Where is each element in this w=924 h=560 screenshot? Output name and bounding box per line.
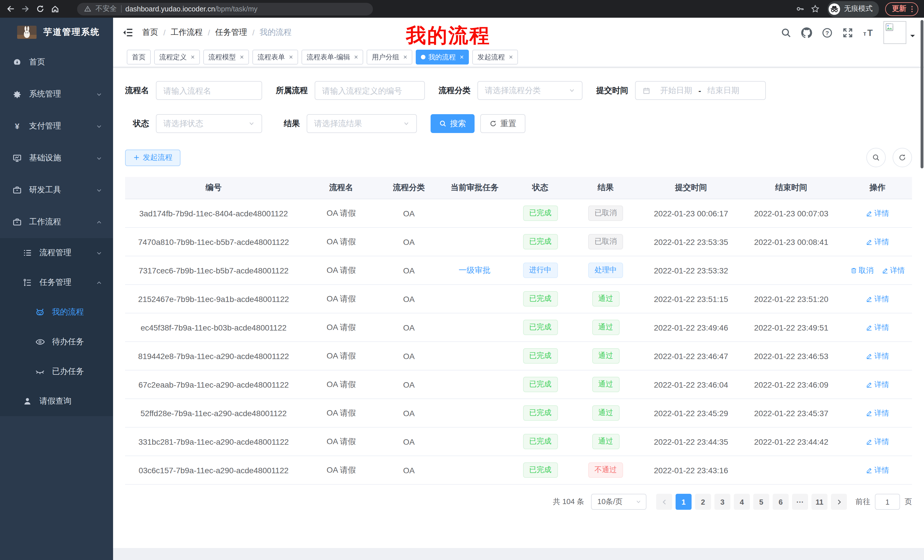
sidebar-item-leave-query[interactable]: 请假查询 — [0, 386, 113, 416]
page-size-select[interactable]: 10条/页 — [591, 494, 646, 510]
detail-link[interactable]: 详情 — [866, 465, 889, 475]
sidebar-item-home[interactable]: 首页 — [0, 46, 113, 78]
goto-page-input[interactable] — [875, 494, 900, 510]
cancel-link[interactable]: 取消 — [850, 265, 873, 276]
detail-link[interactable]: 详情 — [866, 294, 889, 304]
page-button-11[interactable]: 11 — [812, 494, 828, 510]
detail-link[interactable]: 详情 — [866, 351, 889, 361]
chevron-down-icon — [96, 123, 102, 129]
tab-close-icon[interactable]: × — [289, 54, 293, 60]
github-icon[interactable] — [801, 27, 812, 38]
tab-process-definition[interactable]: 流程定义× — [154, 49, 200, 64]
incognito-badge: 无痕模式 — [828, 1, 879, 17]
fullscreen-icon[interactable] — [842, 27, 853, 38]
page-button-3[interactable]: 3 — [714, 494, 730, 510]
breadcrumb-separator: / — [164, 28, 166, 37]
next-page-button[interactable] — [831, 494, 847, 510]
cell-category: OA — [380, 256, 438, 284]
breadcrumb-item[interactable]: 工作流程 — [171, 27, 203, 38]
update-button[interactable]: 更新 — [885, 2, 918, 16]
page-button-5[interactable]: 5 — [753, 494, 769, 510]
sidebar-item-my-process[interactable]: 我的流程 — [0, 297, 113, 327]
cell-process-name: OA 请假 — [302, 256, 380, 284]
font-size-icon[interactable]: тT — [863, 27, 874, 38]
breadcrumb-item[interactable]: 任务管理 — [215, 27, 247, 38]
tab-close-icon[interactable]: × — [240, 54, 244, 60]
tab-close-icon[interactable]: × — [509, 54, 513, 60]
cell-process-name: OA 请假 — [302, 370, 380, 399]
detail-link[interactable]: 详情 — [866, 322, 889, 332]
back-icon[interactable] — [4, 3, 16, 15]
tab-process-form[interactable]: 流程表单× — [252, 49, 298, 64]
tab-user-group[interactable]: 用户分组× — [367, 49, 412, 64]
result-select[interactable]: 请选择流结果 — [307, 114, 417, 133]
detail-link[interactable]: 详情 — [866, 436, 889, 447]
browser-menu-dots-icon[interactable] — [908, 5, 916, 13]
scrollbar-thumb[interactable] — [921, 20, 923, 168]
detail-link[interactable]: 详情 — [866, 208, 889, 219]
page-button-2[interactable]: 2 — [695, 494, 711, 510]
app-title: 芋道管理系统 — [44, 27, 100, 37]
sidebar-item-workflow[interactable]: 工作流程 — [0, 206, 113, 238]
bookmark-star-icon[interactable] — [808, 3, 821, 15]
tab-process-model[interactable]: 流程模型× — [203, 49, 249, 64]
search-button[interactable]: 搜索 — [430, 114, 475, 133]
breadcrumb-item[interactable]: 首页 — [142, 27, 158, 38]
refresh-table-button[interactable] — [892, 148, 912, 167]
avatar-caret-icon[interactable] — [910, 35, 915, 39]
date-range-picker[interactable]: 开始日期 - 结束日期 — [635, 81, 766, 100]
tab-close-icon[interactable]: × — [460, 54, 464, 60]
tab-close-icon[interactable]: × — [354, 54, 358, 60]
tab-process-form-edit[interactable]: 流程表单-编辑× — [302, 49, 363, 64]
tab-close-icon[interactable]: × — [403, 54, 407, 60]
chevron-left-icon — [661, 499, 667, 505]
forward-icon[interactable] — [19, 3, 32, 15]
tab-start-process[interactable]: 发起流程× — [472, 49, 518, 64]
page-button-1[interactable]: 1 — [676, 494, 692, 510]
sidebar-item-infrastructure[interactable]: 基础设施 — [0, 142, 113, 174]
pages-ellipsis[interactable]: ··· — [792, 494, 808, 510]
current-task-link[interactable]: 一级审批 — [459, 265, 490, 274]
cell-status: 已完成 — [512, 313, 569, 341]
show-search-button[interactable] — [866, 148, 886, 167]
status-select[interactable]: 请选择状态 — [156, 114, 262, 133]
detail-link[interactable]: 详情 — [882, 265, 905, 276]
sidebar-toggle-icon[interactable] — [122, 27, 134, 38]
sidebar-item-task-mgmt[interactable]: 任务管理 — [0, 268, 113, 297]
detail-link[interactable]: 详情 — [866, 379, 889, 389]
home-icon[interactable] — [48, 3, 61, 15]
password-key-icon[interactable] — [794, 3, 806, 15]
process-name-input[interactable] — [156, 81, 262, 100]
sidebar-item-dev-tools[interactable]: 研发工具 — [0, 174, 113, 206]
start-process-button[interactable]: 发起流程 — [125, 149, 180, 166]
cell-submit-time: 2022-01-22 23:49:46 — [642, 313, 740, 341]
category-select[interactable]: 请选择流程分类 — [477, 81, 582, 100]
tab-label: 流程定义 — [159, 52, 187, 62]
sidebar-item-system[interactable]: 系统管理 — [0, 78, 113, 110]
prev-page-button[interactable] — [656, 494, 672, 510]
tab-home[interactable]: 首页 — [127, 49, 151, 64]
cell-actions: 详情 — [843, 341, 912, 370]
sidebar-item-payment[interactable]: ¥支付管理 — [0, 110, 113, 142]
page-button-6[interactable]: 6 — [772, 494, 789, 510]
sidebar-item-todo-tasks[interactable]: 待办任务 — [0, 327, 113, 357]
url-bar[interactable]: 不安全 dashboard.yudao.iocoder.cn/bpm/task/… — [77, 3, 373, 15]
sidebar-item-done-tasks[interactable]: 已办任务 — [0, 357, 113, 386]
tab-my-process[interactable]: 我的流程× — [416, 49, 469, 64]
reset-button[interactable]: 重置 — [480, 114, 525, 133]
help-icon[interactable]: ? — [822, 27, 832, 38]
detail-link[interactable]: 详情 — [866, 237, 889, 247]
column-header: 流程分类 — [380, 177, 438, 199]
search-icon[interactable] — [781, 27, 792, 38]
category-label: 流程分类 — [439, 85, 477, 96]
tab-close-icon[interactable]: × — [191, 54, 195, 60]
sidebar-item-process-mgmt[interactable]: 流程管理 — [0, 238, 113, 268]
process-def-input[interactable] — [315, 81, 425, 100]
detail-link[interactable]: 详情 — [866, 408, 889, 418]
cell-process-name: OA 请假 — [302, 399, 380, 427]
plus-icon — [133, 154, 140, 161]
avatar[interactable] — [884, 21, 906, 44]
reload-icon[interactable] — [34, 3, 46, 15]
page-button-4[interactable]: 4 — [734, 494, 750, 510]
tab-label: 首页 — [132, 52, 146, 62]
